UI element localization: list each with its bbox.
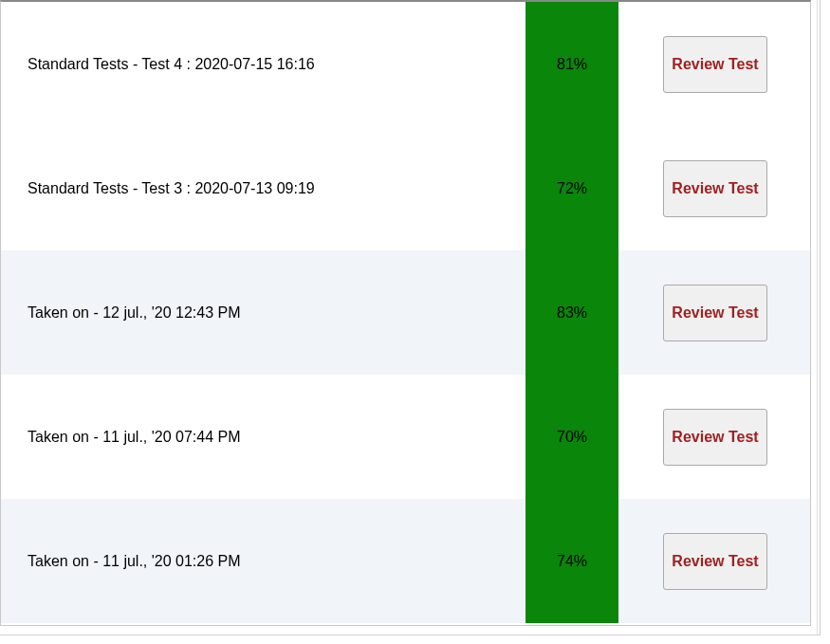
test-label: Taken on - 12 jul., '20 12:43 PM	[1, 250, 524, 375]
review-test-button[interactable]: Review Test	[663, 533, 767, 590]
review-test-button[interactable]: Review Test	[663, 285, 767, 341]
scrollbar-indicator	[814, 0, 820, 635]
test-row: Standard Tests - Test 4 : 2020-07-15 16:…	[1, 2, 810, 126]
test-label: Taken on - 11 jul., '20 07:44 PM	[1, 375, 524, 499]
page-frame: Standard Tests - Test 4 : 2020-07-15 16:…	[0, 0, 821, 635]
test-score: 72%	[526, 126, 618, 250]
test-action-cell: Review Test	[620, 126, 810, 250]
test-score: 70%	[526, 375, 618, 499]
test-score: 81%	[526, 2, 618, 126]
test-row: Taken on - 12 jul., '20 12:43 PM 83% Rev…	[1, 250, 810, 375]
review-test-button[interactable]: Review Test	[663, 36, 767, 93]
test-row: Taken on - 11 jul., '20 07:44 PM 70% Rev…	[1, 375, 810, 499]
test-row: Taken on - 11 jul., '20 01:26 PM 74% Rev…	[1, 499, 810, 623]
test-score: 74%	[526, 499, 618, 623]
review-test-button[interactable]: Review Test	[663, 409, 767, 466]
test-score: 83%	[526, 250, 618, 375]
test-row: Standard Tests - Test 3 : 2020-07-13 09:…	[1, 126, 810, 250]
review-test-button[interactable]: Review Test	[663, 160, 767, 217]
test-action-cell: Review Test	[620, 375, 810, 499]
test-label: Standard Tests - Test 4 : 2020-07-15 16:…	[1, 2, 524, 126]
test-label: Taken on - 11 jul., '20 01:26 PM	[1, 499, 524, 623]
test-action-cell: Review Test	[620, 250, 810, 375]
test-label: Standard Tests - Test 3 : 2020-07-13 09:…	[1, 126, 524, 250]
test-action-cell: Review Test	[620, 2, 810, 126]
tests-panel: Standard Tests - Test 4 : 2020-07-15 16:…	[0, 0, 811, 626]
test-action-cell: Review Test	[620, 499, 810, 623]
